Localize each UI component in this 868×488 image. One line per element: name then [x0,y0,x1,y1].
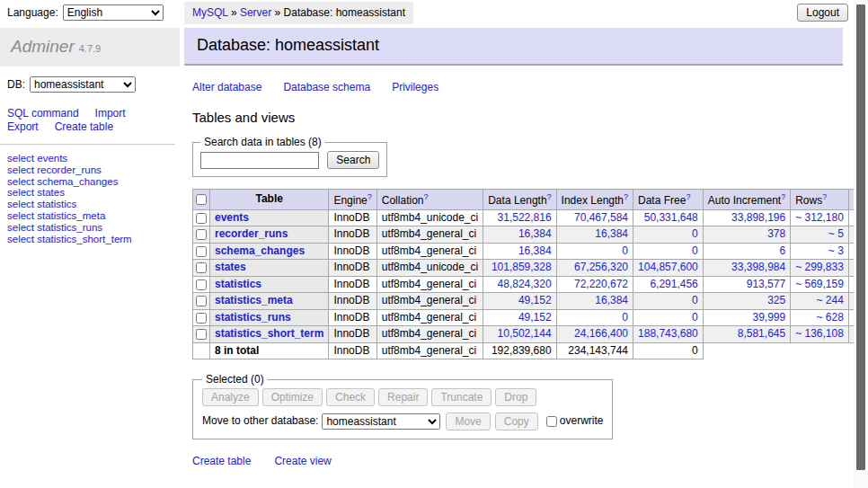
table-link-statistics-meta[interactable]: statistics_meta [215,294,293,306]
table-link-states[interactable]: states [215,261,246,273]
move-db-select[interactable]: homeassistant [322,413,440,430]
analyze-button[interactable]: Analyze [202,388,259,406]
scrollbar-thumb[interactable] [856,4,865,470]
main-content: MySQL » Server » Database: homeassistant… [180,0,854,488]
breadcrumb-link-server[interactable]: Server [240,6,271,19]
total-data-length-cell: 192,839,680 [483,342,556,359]
logout-button[interactable]: Logout [797,4,848,22]
optimize-button[interactable]: Optimize [262,388,323,406]
search-legend: Search data in tables (8) [200,136,325,148]
adminer-logo-name: Adminer [11,37,75,56]
data-length-cell: 101,859,328 [483,260,556,277]
drop-button[interactable]: Drop [495,388,536,406]
breadcrumb-link-mysql[interactable]: MySQL [192,6,228,19]
row-checkbox-cell [193,293,210,310]
data-free-cell: 188,743,680 [633,326,704,343]
help-sup: ? [547,191,552,201]
create-table-link[interactable]: Create table [192,455,251,467]
help-link-auto-increment[interactable]: ? [781,192,785,201]
help-link-rows[interactable]: ? [822,192,827,201]
sidebar-action-sql-command[interactable]: SQL command [7,107,79,120]
sidebar-select-events[interactable]: select events [7,153,180,164]
auto-increment-cell: 39,999 [703,309,790,326]
truncate-button[interactable]: Truncate [431,388,492,406]
table-link-statistics[interactable]: statistics [215,278,261,290]
table-name-cell: statistics [210,276,329,293]
sidebar-action-export[interactable]: Export [7,120,39,133]
table-link-statistics-short-term[interactable]: statistics_short_term [215,327,323,340]
data-length-cell: 31,522,816 [483,209,556,226]
table-link-schema-changes[interactable]: schema_changes [215,244,305,257]
rows-cell: ~ 569,159 [791,276,849,293]
alter-database-link[interactable]: Alter database [192,81,261,93]
row-checkbox[interactable] [196,279,207,290]
help-link-index-length[interactable]: ? [624,192,628,201]
engine-cell: InnoDB [329,260,376,277]
total-data-free-cell: 0 [633,342,704,359]
sidebar-action-row: ExportCreate table [7,120,175,134]
sidebar-select-states[interactable]: select states [7,187,180,199]
create-links: Create tableCreate view [192,455,854,467]
index-length-cell: 70,467,584 [556,209,633,226]
sidebar-actions: SQL commandImportExportCreate table [0,103,175,145]
auto-increment-cell: 33,398,984 [703,260,790,277]
row-checkbox-cell [193,243,210,260]
row-checkbox[interactable] [196,213,207,224]
sidebar-select-statistics-short-term[interactable]: select statistics_short_term [7,234,180,245]
column-header-rows: Rows? [791,190,849,210]
row-checkbox[interactable] [196,262,207,273]
select-all-checkbox[interactable] [196,194,207,205]
sidebar-action-import[interactable]: Import [95,107,126,120]
search-input[interactable] [200,152,319,169]
create-view-link[interactable]: Create view [274,455,331,467]
data-length-cell: 49,152 [483,309,556,326]
page-scrollbar[interactable] [854,0,868,488]
help-link-data-free[interactable]: ? [686,192,690,201]
language-select[interactable]: English [63,4,164,21]
sidebar-action-create-table[interactable]: Create table [55,120,113,133]
search-button[interactable]: Search [327,151,379,169]
empty-cell [791,342,849,359]
sidebar-select-statistics[interactable]: select statistics [7,199,180,210]
overwrite-checkbox[interactable] [546,416,557,427]
column-label: Rows [795,194,822,207]
row-checkbox[interactable] [196,313,207,324]
column-header-engine: Engine? [329,190,376,210]
help-link-engine[interactable]: ? [368,192,372,201]
sidebar-table-list: select eventsselect recorder_runsselect … [0,145,180,244]
rows-cell: ~ 299,833 [791,260,849,277]
sidebar-select-schema-changes[interactable]: select schema_changes [7,176,180,188]
row-checkbox[interactable] [196,329,207,340]
table-link-events[interactable]: events [215,211,249,224]
help-sup: ? [368,191,372,201]
index-length-cell: 16,384 [556,293,633,310]
table-link-statistics-runs[interactable]: statistics_runs [215,311,291,324]
help-link-collation[interactable]: ? [423,192,428,201]
row-checkbox[interactable] [196,296,207,306]
sidebar-select-statistics-runs[interactable]: select statistics_runs [7,222,180,234]
row-checkbox-cell [193,276,210,293]
database-schema-link[interactable]: Database schema [283,81,370,93]
table-link-recorder-runs[interactable]: recorder_runs [215,227,288,240]
privileges-link[interactable]: Privileges [392,81,438,93]
help-link-data-length[interactable]: ? [547,192,552,201]
engine-cell: InnoDB [329,276,376,293]
adminer-version[interactable]: 4.7.9 [79,43,101,54]
engine-cell: InnoDB [329,243,376,260]
data-length-cell: 49,152 [483,293,556,310]
language-row: Language:English [0,0,180,24]
row-checkbox[interactable] [196,246,207,257]
copy-button[interactable]: Copy [495,413,538,430]
sidebar-select-recorder-runs[interactable]: select recorder_runs [7,164,180,176]
column-header-table: Table [210,190,329,210]
row-checkbox[interactable] [196,229,207,240]
sidebar-select-statistics-meta[interactable]: select statistics_meta [7,210,180,222]
column-label: Data Length [488,194,546,207]
column-label: Table [255,192,282,205]
repair-button[interactable]: Repair [378,388,428,406]
check-button[interactable]: Check [326,388,375,406]
db-actions: Alter databaseDatabase schemaPrivileges [192,81,854,93]
data-free-cell: 6,291,456 [633,276,704,293]
db-select[interactable]: homeassistant [30,76,136,93]
move-button[interactable]: Move [446,413,490,430]
